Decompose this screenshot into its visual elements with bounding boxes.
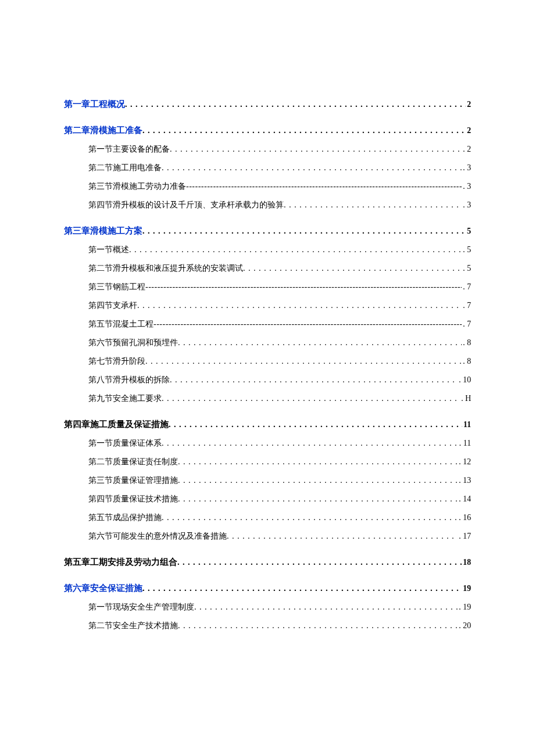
- toc-row[interactable]: 第四节滑升模板的设计及千斤顶、支承杆承载力的验算. 3: [64, 200, 471, 210]
- toc-leader: [129, 245, 462, 255]
- toc-section-label: 第二节质量保证责任制度: [64, 457, 178, 467]
- toc-page-number: . 10: [458, 375, 471, 385]
- toc-leader: [178, 338, 462, 347]
- toc-leader: [178, 621, 458, 630]
- toc-chapter-label: 第六章安全保证措施: [64, 583, 142, 594]
- toc-section-label: 第三节钢筋工程: [64, 282, 145, 292]
- toc-section-label: 第六节预留孔洞和预埋件: [64, 338, 178, 348]
- toc-leader: [284, 200, 462, 210]
- toc-leader: [162, 513, 458, 522]
- toc-page-number: 19: [462, 584, 471, 593]
- toc-page-number: . 7: [462, 301, 471, 310]
- toc-row[interactable]: 第六节预留孔洞和预埋件. 8: [64, 338, 471, 348]
- toc-row[interactable]: 第四节质量保证技术措施. 14: [64, 494, 471, 504]
- toc-row[interactable]: 第二节安全生产技术措施. 20: [64, 621, 471, 631]
- toc-section-label: 第四节质量保证技术措施: [64, 494, 178, 504]
- toc-leader: [178, 495, 458, 504]
- toc-row[interactable]: 第一节质量保证体系. 11: [64, 438, 471, 449]
- toc-page-number: . 16: [458, 513, 471, 522]
- toc-row[interactable]: 第七节滑升阶段. 8: [64, 356, 471, 367]
- toc-row[interactable]: 第一节主要设备的配备. 2: [64, 144, 471, 155]
- toc-page-number: 18: [462, 558, 471, 567]
- toc-page-number: . 17: [458, 532, 471, 541]
- toc-page-number: . 8: [462, 338, 471, 347]
- toc-row[interactable]: 第二节质量保证责任制度. 12: [64, 457, 471, 467]
- toc-row[interactable]: 第二节滑升模板和液压提升系统的安装调试. 5: [64, 263, 471, 274]
- toc-leader: [145, 282, 462, 292]
- toc-chapter-label: 第四章施工质量及保证措施: [64, 419, 169, 430]
- toc-row[interactable]: 第四节支承杆. 7: [64, 300, 471, 311]
- toc-section-label: 第三节质量保证管理措施: [64, 475, 178, 486]
- toc-page-number: . 13: [458, 476, 471, 485]
- toc-page-number: . 3: [462, 163, 471, 173]
- toc-row[interactable]: 第六节可能发生的意外情况及准备措施. 17: [64, 531, 471, 542]
- toc-section-label: 第四节滑升模板的设计及千斤顶、支承杆承载力的验算: [64, 200, 284, 210]
- toc-row[interactable]: 第一章工程概况2: [64, 99, 471, 110]
- toc-row[interactable]: 第三节钢筋工程. 7: [64, 282, 471, 292]
- toc-leader: [243, 264, 462, 273]
- toc-section-label: 第一节现场安全生产管理制度: [64, 602, 194, 612]
- toc-leader: [162, 439, 458, 448]
- toc-section-label: 第六节可能发生的意外情况及准备措施: [64, 531, 227, 542]
- toc-page-number: . 20: [458, 621, 471, 630]
- toc-section-label: 第八节滑升模板的拆除: [64, 375, 170, 385]
- toc-page-number: 2: [466, 126, 471, 135]
- toc-page-number: . 5: [462, 264, 471, 273]
- toc-row[interactable]: 第六章安全保证措施19: [64, 583, 471, 594]
- toc-leader: [142, 227, 466, 236]
- table-of-contents: 第一章工程概况2第二章滑模施工准备2第一节主要设备的配备. 2第二节施工用电准备…: [64, 99, 471, 631]
- toc-page-number: 2: [466, 100, 471, 109]
- toc-leader: [178, 457, 458, 467]
- toc-chapter-label: 第三章滑模施工方案: [64, 225, 142, 237]
- toc-row[interactable]: 第九节安全施工要求 . H: [64, 393, 471, 404]
- toc-page-number: . 3: [462, 200, 471, 210]
- toc-leader: [186, 182, 462, 191]
- toc-section-label: 第九节安全施工要求: [64, 393, 162, 404]
- toc-row[interactable]: 第三章滑模施工方案5: [64, 225, 471, 237]
- toc-leader: [125, 100, 466, 109]
- toc-row[interactable]: 第四章施工质量及保证措施11: [64, 419, 471, 430]
- toc-row[interactable]: 第五章工期安排及劳动力组合18: [64, 557, 471, 568]
- toc-leader: [145, 357, 462, 366]
- toc-leader: [170, 145, 462, 154]
- toc-section-label: 第四节支承杆: [64, 300, 137, 311]
- toc-leader: [142, 584, 462, 593]
- toc-section-label: 第七节滑升阶段: [64, 356, 145, 367]
- toc-row[interactable]: 第三节质量保证管理措施. 13: [64, 475, 471, 486]
- toc-leader: [154, 320, 462, 329]
- toc-row[interactable]: 第五节成品保护措施. 16: [64, 513, 471, 523]
- toc-page-number: . 7: [462, 282, 471, 292]
- toc-leader: [162, 394, 460, 403]
- toc-section-label: 第三节滑模施工劳动力准备: [64, 181, 186, 192]
- toc-leader: [178, 476, 458, 485]
- toc-page-number: . 19: [458, 603, 471, 612]
- toc-row[interactable]: 第五节混凝土工程. 7: [64, 319, 471, 329]
- toc-chapter-label: 第二章滑模施工准备: [64, 125, 142, 136]
- toc-page-number: . 14: [458, 495, 471, 504]
- toc-page-number: . 5: [462, 245, 471, 255]
- toc-leader: [194, 603, 458, 612]
- toc-page-number: . 11: [458, 439, 471, 448]
- toc-leader: [170, 375, 458, 385]
- toc-row[interactable]: 第一节概述. 5: [64, 245, 471, 255]
- toc-leader: [137, 301, 462, 310]
- toc-leader: [177, 558, 462, 567]
- toc-page-number: . 3: [462, 182, 471, 191]
- toc-row[interactable]: 第八节滑升模板的拆除. 10: [64, 375, 471, 385]
- toc-row[interactable]: 第二章滑模施工准备2: [64, 125, 471, 136]
- toc-leader: [169, 420, 462, 429]
- toc-page-number: . 12: [458, 457, 471, 467]
- toc-leader: [162, 163, 462, 173]
- toc-row[interactable]: 第二节施工用电准备. 3: [64, 163, 471, 173]
- toc-row[interactable]: 第一节现场安全生产管理制度. 19: [64, 602, 471, 612]
- toc-section-label: 第一节概述: [64, 245, 129, 255]
- toc-section-label: 第二节安全生产技术措施: [64, 621, 178, 631]
- toc-section-label: 第一节主要设备的配备: [64, 144, 170, 155]
- toc-leader: [227, 532, 458, 541]
- toc-page-number: 5: [466, 227, 471, 236]
- toc-section-label: 第五节成品保护措施: [64, 513, 162, 523]
- toc-section-label: 第二节滑升模板和液压提升系统的安装调试: [64, 263, 243, 274]
- toc-page-number: . 2: [462, 145, 471, 154]
- toc-row[interactable]: 第三节滑模施工劳动力准备. 3: [64, 181, 471, 192]
- toc-section-label: 第二节施工用电准备: [64, 163, 162, 173]
